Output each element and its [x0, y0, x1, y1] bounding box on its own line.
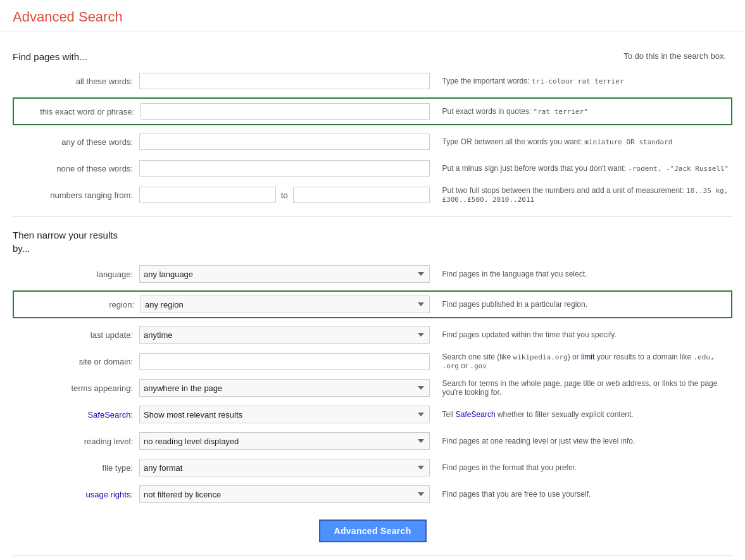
- safesearch-select[interactable]: Show most relevant results Filter explic…: [139, 406, 430, 423]
- terms-appearing-label: terms appearing:: [13, 383, 139, 393]
- usage-rights-select[interactable]: not filtered by licence free to use or s…: [139, 485, 430, 503]
- last-update-label: last update:: [13, 330, 139, 340]
- page-header: Advanced Search: [0, 0, 745, 32]
- language-select[interactable]: any language: [139, 265, 430, 283]
- reading-level-label: reading level:: [13, 437, 139, 446]
- region-label: region:: [14, 300, 141, 309]
- none-words-hint: Put a minus sign just before words that …: [430, 164, 733, 173]
- all-these-words-input-col: [139, 73, 430, 89]
- file-type-select-col: any format Adobe Acrobat PDF (.pdf) Adob…: [139, 459, 430, 476]
- site-domain-hint-mono1: wikipedia.org: [513, 353, 568, 361]
- language-label: language:: [13, 270, 139, 279]
- region-highlight-wrapper: region: any region Find pages published …: [13, 290, 732, 318]
- find-section-heading: Find pages with...: [13, 51, 87, 62]
- file-type-hint: Find pages in the format that you prefer…: [430, 463, 733, 472]
- file-type-row: file type: any format Adobe Acrobat PDF …: [13, 457, 732, 478]
- range-to-input[interactable]: [293, 187, 430, 203]
- exact-phrase-hint-mono: "rat terrier": [534, 108, 588, 116]
- bottom-divider: [13, 555, 732, 556]
- safesearch-row: SafeSearch: Show most relevant results F…: [13, 404, 732, 425]
- numbers-range-row: numbers ranging from: to Put two full st…: [13, 185, 732, 205]
- exact-phrase-hint: Put exact words in quotes: "rat terrier": [430, 107, 732, 116]
- range-to-label: to: [281, 190, 288, 200]
- numbers-range-hint-mono: 10..35 kg, £300..£500, 2010..2011: [442, 187, 729, 204]
- page-title: Advanced Search: [13, 9, 732, 25]
- exact-phrase-row: this exact word or phrase: Put exact wor…: [14, 101, 731, 121]
- region-select-col: any region: [141, 296, 430, 313]
- exact-phrase-label: this exact word or phrase:: [14, 107, 141, 116]
- usage-rights-select-col: not filtered by licence free to use or s…: [139, 485, 430, 503]
- usage-rights-hint: Find pages that you are free to use your…: [430, 490, 733, 499]
- none-words-label: none of these words:: [13, 164, 139, 173]
- safesearch-label: SafeSearch:: [13, 410, 139, 420]
- numbers-range-hint: Put two full stops between the numbers a…: [430, 186, 733, 204]
- usage-rights-row: usage rights: not filtered by licence fr…: [13, 484, 732, 504]
- exact-phrase-highlight-wrapper: this exact word or phrase: Put exact wor…: [13, 97, 732, 125]
- reading-level-select[interactable]: no reading level displayed basic interme…: [139, 432, 430, 450]
- narrow-section: Then narrow your resultsby... language: …: [13, 228, 732, 504]
- section-divider: [13, 216, 732, 217]
- advanced-search-button[interactable]: Advanced Search: [319, 520, 427, 542]
- safesearch-hint: Tell SafeSearch whether to filter sexual…: [430, 410, 733, 419]
- any-words-label: any of these words:: [13, 137, 139, 147]
- any-words-hint-mono: miniature OR standard: [584, 138, 672, 146]
- last-update-select-col: anytime past 24 hours past week past mon…: [139, 326, 430, 344]
- terms-appearing-select[interactable]: anywhere in the page in the title of the…: [139, 379, 430, 397]
- terms-appearing-hint: Search for terms in the whole page, page…: [430, 379, 733, 397]
- region-row: region: any region Find pages published …: [14, 294, 731, 314]
- limit-link[interactable]: limit: [581, 352, 594, 361]
- site-domain-hint: Search one site (like wikipedia.org) or …: [430, 352, 733, 370]
- reading-level-row: reading level: no reading level displaye…: [13, 431, 732, 451]
- range-from-input[interactable]: [139, 187, 276, 203]
- usage-rights-label: usage rights:: [13, 490, 139, 499]
- narrow-section-heading: Then narrow your resultsby...: [13, 228, 732, 255]
- all-these-words-hint-mono: tri-colour rat terrier: [532, 77, 624, 85]
- site-domain-input[interactable]: [139, 353, 430, 370]
- terms-appearing-select-col: anywhere in the page in the title of the…: [139, 379, 430, 397]
- site-domain-input-col: [139, 353, 430, 370]
- site-domain-hint-mono3: .gov: [470, 362, 487, 370]
- none-words-row: none of these words: Put a minus sign ju…: [13, 158, 732, 178]
- exact-phrase-input[interactable]: [141, 103, 430, 120]
- none-words-input[interactable]: [139, 160, 430, 177]
- all-these-words-input[interactable]: [139, 73, 430, 89]
- terms-appearing-row: terms appearing: anywhere in the page in…: [13, 378, 732, 398]
- file-type-label: file type:: [13, 463, 139, 473]
- numbers-range-input-col: to: [139, 187, 430, 203]
- any-words-input-col: [139, 134, 430, 150]
- last-update-row: last update: anytime past 24 hours past …: [13, 325, 732, 345]
- any-words-hint: Type OR between all the words you want: …: [430, 137, 733, 146]
- region-hint: Find pages published in a particular reg…: [430, 300, 732, 309]
- all-these-words-row: all these words: Type the important word…: [13, 71, 732, 91]
- safesearch-select-col: Show most relevant results Filter explic…: [139, 406, 430, 423]
- last-update-select[interactable]: anytime past 24 hours past week past mon…: [139, 326, 430, 344]
- last-update-hint: Find pages updated within the time that …: [430, 330, 733, 339]
- region-select[interactable]: any region: [141, 296, 430, 313]
- reading-level-hint: Find pages at one reading level or just …: [430, 437, 733, 445]
- file-type-select[interactable]: any format Adobe Acrobat PDF (.pdf) Adob…: [139, 459, 430, 476]
- all-these-words-hint: Type the important words: tri-colour rat…: [430, 77, 733, 85]
- language-select-col: any language: [139, 265, 430, 283]
- all-these-words-label: all these words:: [13, 77, 139, 86]
- exact-phrase-input-col: [141, 103, 430, 120]
- language-hint: Find pages in the language that you sele…: [430, 270, 733, 278]
- find-section-hint: To do this in the search box.: [623, 51, 732, 62]
- language-row: language: any language Find pages in the…: [13, 264, 732, 284]
- find-section: Find pages with... To do this in the sea…: [13, 51, 732, 205]
- section-header-row: Find pages with... To do this in the sea…: [13, 51, 732, 62]
- any-words-row: any of these words: Type OR between all …: [13, 132, 732, 152]
- none-words-hint-mono: -rodent, -"Jack Russell": [628, 165, 729, 173]
- reading-level-select-col: no reading level displayed basic interme…: [139, 432, 430, 450]
- numbers-range-label: numbers ranging from:: [13, 190, 139, 200]
- safesearch-link[interactable]: SafeSearch: [456, 410, 496, 419]
- none-words-input-col: [139, 160, 430, 177]
- button-row: Advanced Search: [13, 520, 732, 542]
- any-words-input[interactable]: [139, 134, 430, 150]
- main-content: Find pages with... To do this in the sea…: [0, 32, 745, 560]
- site-domain-row: site or domain: Search one site (like wi…: [13, 351, 732, 371]
- site-domain-label: site or domain:: [13, 357, 139, 366]
